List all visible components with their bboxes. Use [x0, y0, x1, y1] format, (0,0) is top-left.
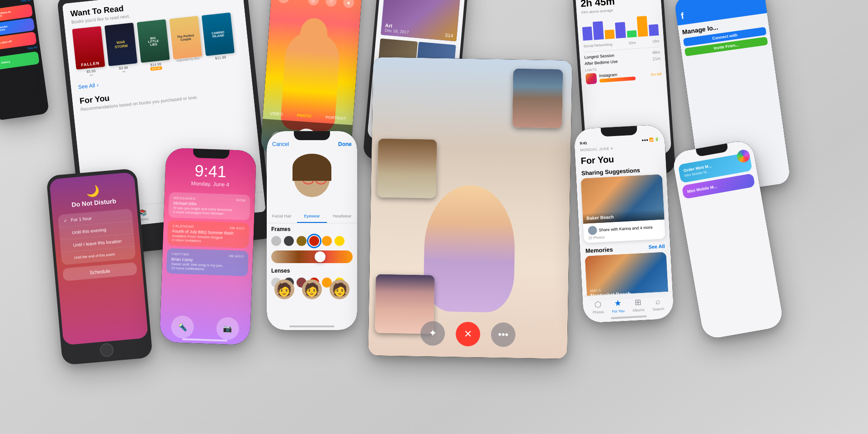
memoji-variant-1[interactable]: 🧑	[274, 279, 294, 299]
book-item-perfect[interactable]: The PerfectCouple Imported by Elin	[169, 16, 203, 68]
bar-entertainment	[604, 29, 615, 39]
memoji-variant-2[interactable]: 🧑	[302, 279, 322, 299]
book-item-lies[interactable]: BIGLITTLELIES $14.99 $19.99	[137, 19, 171, 72]
book-war-label: WARSTORM	[114, 40, 127, 49]
book-options-fallen[interactable]: •••	[90, 73, 93, 77]
timer-icon[interactable]: ⏱	[326, 0, 337, 7]
memoji-emoji-2: 🧑	[304, 282, 320, 297]
dnd-device: 🌙 Do Not Disturb ✓ For 1 hour ✓ Until th…	[46, 168, 153, 365]
moments-art-info: Art Dec 18, 2017	[385, 23, 410, 35]
ft-overlay-photo	[512, 69, 563, 128]
instagram-icon	[585, 73, 597, 85]
memoji-tab-headwear[interactable]: Headwear	[327, 210, 357, 223]
longest-session-value: 48m	[652, 50, 660, 55]
camera-button[interactable]: 📷	[216, 317, 240, 340]
book-item-war[interactable]: WARSTORM $3.99 •••	[104, 23, 138, 75]
book-fallen-label: FALLEN	[81, 61, 100, 67]
facetime-more-button[interactable]: •••	[491, 322, 516, 347]
book-item-fallen[interactable]: FALLEN $5.99 •••	[72, 26, 106, 79]
twitter-notification[interactable]: TWITTER 4m ago Brian Carey Sweet stuff, …	[166, 248, 249, 276]
for-you-icon: ★	[614, 298, 622, 309]
cat-18m: 18m	[652, 39, 659, 43]
ft-man-photo	[512, 69, 563, 128]
photos-see-all[interactable]: See All	[648, 243, 665, 251]
moments-art-photo[interactable]: Art Dec 18, 2017 314	[381, 0, 460, 42]
photos-device: 9:41 ●●● 📶 🔋 Monday, June 4 For You Shar…	[574, 124, 674, 323]
swatch-brown[interactable]	[297, 236, 307, 246]
after-bedtime-label: After Bedtime Use	[585, 59, 618, 66]
facetime-main-video: ✦ ✕ •••	[368, 57, 572, 359]
memoji-variant-3[interactable]: 🧑	[330, 279, 349, 299]
memoji-screen: Cancel Done Facial Hair Eyewear Headwear…	[267, 131, 357, 330]
calendar-notification[interactable]: CALENDAR 3m ago Fourth of July BBQ Summe…	[167, 220, 250, 248]
mode-photo[interactable]: PHOTO	[297, 113, 311, 118]
memoji-tab-eyewear[interactable]: Eyewear	[297, 210, 327, 223]
siri-button[interactable]	[736, 149, 750, 163]
photos-icon: ⬡	[594, 299, 602, 310]
swatch-red[interactable]	[309, 236, 319, 246]
search-icon-photos: ⌕	[655, 297, 660, 307]
messages-notification[interactable]: MESSAGES now Michael Dibs I'll see you b…	[168, 192, 250, 220]
facetime-thumb-1	[377, 138, 437, 198]
screentime-section-1: Longest Session 48m After Bedtime Use 21…	[584, 47, 661, 66]
dnd-option-2-label: Until this evening	[72, 227, 107, 235]
dnd-option-4-label: Until the end of this event	[74, 252, 115, 260]
photos-nav-search[interactable]: ⌕ Search	[652, 296, 664, 311]
memoji-face	[287, 154, 337, 203]
shortcuts-device: shortcuts See All Directions toEvent Cal…	[0, 0, 49, 121]
photos-nav-search-label: Search	[652, 307, 664, 311]
lockscreen-bottom: 🔦 📷	[160, 315, 251, 340]
book-options-war[interactable]: •••	[122, 70, 126, 74]
memoji-cancel-button[interactable]: Cancel	[272, 141, 289, 147]
photos-nav-for-you[interactable]: ★ For You	[611, 298, 624, 313]
dnd-option-3-label: Until I leave this location	[73, 239, 122, 248]
order-card-2-text: Mini Mobile M...	[687, 179, 750, 194]
memoji-topbar: Cancel Done	[267, 141, 357, 147]
dnd-home-button[interactable]	[99, 343, 114, 358]
memoji-done-button[interactable]: Done	[338, 141, 352, 147]
slider-thumb[interactable]	[315, 251, 326, 262]
dnd-option-1-label: For 1 hour	[71, 216, 92, 222]
bar-social-3	[615, 22, 626, 38]
photos-nav-albums-label: Albums	[632, 308, 645, 312]
memoji-home-indicator[interactable]	[289, 326, 335, 327]
frames-slider[interactable]	[271, 250, 353, 263]
dnd-schedule-button[interactable]: Schedule	[62, 262, 137, 281]
dnd-screen: 🌙 Do Not Disturb ✓ For 1 hour ✓ Until th…	[49, 172, 148, 345]
swatch-gold[interactable]	[335, 236, 344, 246]
notifications-screen: 9:41 Monday, June 4 MESSAGES now Michael…	[160, 148, 257, 345]
swatch-orange[interactable]	[322, 236, 332, 246]
swatch-silver[interactable]	[271, 236, 281, 246]
book-cover-war: WARSTORM	[104, 23, 137, 66]
lockscreen: 9:41 Monday, June 4 MESSAGES now Michael…	[160, 148, 257, 345]
filter-icon[interactable]: ◈	[343, 0, 355, 8]
memoji-emoji-1: 🧑	[276, 282, 292, 297]
swatch-dark[interactable]	[284, 236, 294, 246]
flashlight-button[interactable]: 🔦	[171, 315, 194, 339]
memories-title: Memories	[585, 246, 613, 254]
frames-colors	[271, 236, 353, 246]
shortcut-item-4[interactable]: Gallery	[0, 51, 40, 71]
messages-app-label: MESSAGES	[174, 196, 196, 201]
after-bedtime-value: 21m	[652, 56, 660, 61]
cat-50m: 50m	[629, 41, 636, 45]
messages-time: now	[236, 198, 245, 203]
facetime-end-button[interactable]: ✕	[456, 321, 481, 346]
photos-baker-beach-card[interactable]: Baker Beach Share with Karina and 4 more…	[581, 174, 665, 243]
live-photo-icon[interactable]: ◎	[307, 0, 319, 6]
memoji-device: Cancel Done Facial Hair Eyewear Headwear…	[267, 131, 357, 330]
memoji-variants: 🧑 🧑 🧑	[267, 276, 357, 303]
photos-nav-photos[interactable]: ⬡ Photos	[592, 299, 604, 315]
book-cover-fallen: FALLEN	[72, 26, 105, 70]
shortcuts-screen: shortcuts See All Directions toEvent Cal…	[0, 0, 49, 121]
photos-nav-albums[interactable]: ⊞ Albums	[632, 297, 645, 312]
frames-label: Frames	[271, 226, 353, 232]
facetime-effects-button[interactable]: ✦	[420, 321, 445, 346]
memoji-hair	[292, 154, 331, 181]
memoji-tab-facial-hair[interactable]: Facial Hair	[267, 210, 297, 223]
lockscreen-time: 9:41	[170, 160, 251, 182]
flash-icon[interactable]: ⚡	[278, 0, 289, 4]
book-item-coming[interactable]: CAMINOISLAND $11.99	[202, 13, 236, 65]
book-cover-lies: BIGLITTLELIES	[137, 19, 170, 63]
mode-video[interactable]: VIDEO	[270, 111, 283, 117]
